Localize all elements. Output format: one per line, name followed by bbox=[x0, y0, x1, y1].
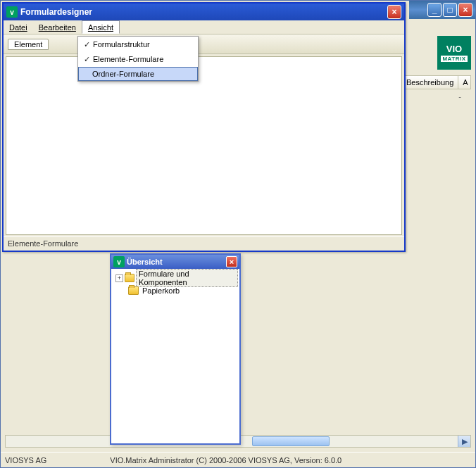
ov-titlebar[interactable]: v Übersicht × bbox=[111, 255, 239, 269]
expand-icon[interactable]: + bbox=[115, 274, 123, 282]
tree-label-trash: Papierkorb bbox=[140, 286, 182, 295]
menu-item-label: Ordner-Formulare bbox=[92, 70, 154, 78]
tree-view: + Formulare und Komponenten Papierkorb bbox=[111, 269, 239, 300]
empty-row-dash: - bbox=[458, 92, 461, 101]
fd-close-button[interactable]: × bbox=[387, 5, 401, 19]
toolbar: Element bbox=[4, 34, 404, 54]
ov-title: Übersicht bbox=[127, 258, 226, 266]
scrollbar-thumb[interactable] bbox=[252, 436, 330, 446]
tab-element[interactable]: Element bbox=[8, 39, 49, 50]
menu-item-label: Elemente-Formulare bbox=[93, 55, 163, 63]
view-dropdown-menu: ✓ Formularstruktur ✓ Elemente-Formulare … bbox=[77, 36, 199, 82]
column-headers: Beschreibung A bbox=[401, 75, 471, 89]
status-copyright: VIO.Matrix Administrator (C) 2000-2006 V… bbox=[110, 456, 342, 464]
menu-item-label: Formularstruktur bbox=[93, 40, 150, 49]
app-icon: v bbox=[113, 256, 125, 267]
main-titlebar: _ □ × bbox=[409, 1, 475, 19]
minimize-button[interactable]: _ bbox=[427, 3, 441, 17]
logo-top: VIO bbox=[446, 44, 462, 54]
ov-close-button[interactable]: × bbox=[226, 256, 237, 267]
column-a[interactable]: A bbox=[458, 76, 471, 89]
uebersicht-window: v Übersicht × + Formulare und Komponente… bbox=[110, 253, 241, 445]
menu-item-formularstruktur[interactable]: ✓ Formularstruktur bbox=[79, 37, 197, 51]
fd-status-bar: Elemente-Formulare bbox=[4, 236, 404, 251]
scrollbar-right-arrow[interactable]: ▶ bbox=[458, 436, 470, 447]
menu-bar: Datei Bearbeiten Ansicht bbox=[4, 20, 404, 34]
fd-titlebar[interactable]: v Formulardesigner × bbox=[4, 4, 404, 20]
fd-title: Formulardesigner bbox=[20, 7, 387, 17]
maximize-button[interactable]: □ bbox=[443, 3, 457, 17]
logo-bottom: MATRIX bbox=[441, 56, 467, 62]
formulardesigner-window: v Formulardesigner × Datei Bearbeiten An… bbox=[2, 2, 406, 252]
menu-file[interactable]: Datei bbox=[4, 20, 33, 34]
fd-content-area bbox=[6, 56, 402, 235]
status-company: VIOSYS AG bbox=[5, 456, 46, 464]
close-button[interactable]: × bbox=[458, 3, 472, 17]
tree-label-root: Formulare und Komponenten bbox=[136, 269, 238, 287]
app-icon: v bbox=[6, 6, 18, 18]
vio-matrix-logo: VIO MATRIX bbox=[437, 36, 471, 70]
folder-icon bbox=[125, 274, 134, 282]
folder-icon bbox=[128, 286, 139, 295]
tree-item-root[interactable]: + Formulare und Komponenten bbox=[113, 272, 238, 284]
check-icon: ✓ bbox=[80, 40, 93, 49]
menu-item-elemente-formulare[interactable]: ✓ Elemente-Formulare bbox=[79, 52, 197, 66]
menu-view[interactable]: Ansicht bbox=[82, 20, 120, 34]
menu-edit[interactable]: Bearbeiten bbox=[33, 20, 82, 34]
status-bar: VIOSYS AG VIO.Matrix Administrator (C) 2… bbox=[1, 452, 475, 467]
fd-status-text: Elemente-Formulare bbox=[8, 239, 78, 248]
check-icon: ✓ bbox=[80, 55, 93, 64]
menu-item-ordner-formulare[interactable]: Ordner-Formulare bbox=[78, 67, 198, 81]
column-beschreibung[interactable]: Beschreibung bbox=[402, 76, 458, 89]
